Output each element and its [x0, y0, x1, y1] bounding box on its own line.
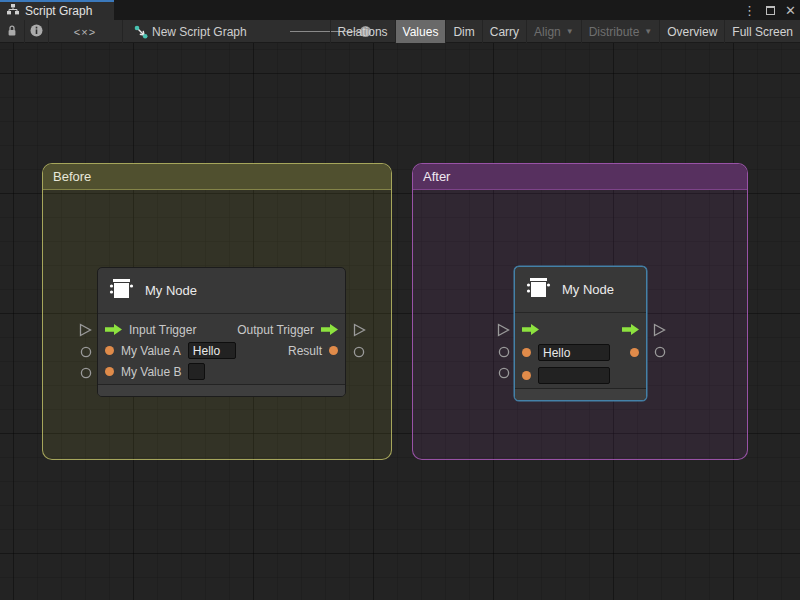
port-label: My Value A: [121, 344, 181, 358]
external-value-port[interactable]: [654, 346, 666, 358]
toolbar-right-group: Relations Values Dim Carry Align ▼ Distr…: [330, 20, 800, 43]
trigger-port-row: Input Trigger Output Trigger: [98, 319, 345, 340]
node-header[interactable]: My Node: [515, 267, 646, 313]
external-trigger-out-port[interactable]: [353, 323, 366, 337]
value-a-input[interactable]: [188, 342, 236, 359]
unit-node-icon: [524, 276, 552, 304]
tab-title: Script Graph: [25, 4, 92, 18]
script-graph-window: Script Graph ⋮ ✕: [0, 0, 800, 600]
value-b-input[interactable]: [538, 367, 610, 384]
tab-script-graph[interactable]: Script Graph: [0, 0, 114, 20]
value-a-input[interactable]: [538, 344, 610, 361]
maximize-icon[interactable]: [766, 6, 775, 15]
tab-bar: Script Graph ⋮ ✕: [0, 0, 800, 20]
fullscreen-button[interactable]: Full Screen: [724, 20, 800, 43]
info-icon: [30, 24, 43, 40]
result-port-icon[interactable]: [329, 346, 338, 355]
code-view-button[interactable]: <×>: [48, 20, 122, 43]
port-label: Input Trigger: [129, 323, 196, 337]
value-b-port-row: [515, 364, 646, 387]
node-my-node-after[interactable]: My Node: [514, 266, 647, 401]
group-title: Before: [53, 169, 91, 184]
info-button[interactable]: [24, 20, 48, 43]
external-value-port[interactable]: [498, 346, 510, 358]
lock-icon: [6, 24, 18, 40]
close-icon[interactable]: ✕: [785, 3, 796, 18]
unit-node-icon: [107, 277, 135, 305]
port-label: Output Trigger: [237, 323, 314, 337]
input-trigger-port-icon[interactable]: [522, 321, 539, 339]
align-dropdown[interactable]: Align ▼: [526, 20, 581, 43]
dim-button[interactable]: Dim: [445, 20, 481, 43]
node-my-node-before[interactable]: My Node Input Trigger Output Trigger: [97, 267, 346, 397]
external-trigger-in-port[interactable]: [497, 323, 510, 337]
value-b-port-row: My Value B: [98, 361, 345, 382]
values-button[interactable]: Values: [395, 20, 446, 43]
external-value-port[interactable]: [498, 367, 510, 379]
port-label: My Value B: [121, 365, 181, 379]
external-value-port[interactable]: [80, 346, 92, 358]
value-a-port-icon[interactable]: [522, 348, 531, 357]
graph-hierarchy-icon: [7, 4, 19, 18]
distribute-dropdown[interactable]: Distribute ▼: [581, 20, 660, 43]
node-title: My Node: [145, 283, 197, 298]
graph-canvas[interactable]: Before After My Nod: [0, 43, 800, 600]
overview-button[interactable]: Overview: [659, 20, 724, 43]
external-value-port[interactable]: [353, 346, 365, 358]
chevron-down-icon: ▼: [566, 27, 574, 36]
trigger-port-row: [515, 318, 646, 341]
graph-toolbar: <×> New Script Graph Relations Values Di…: [0, 20, 800, 43]
value-b-input[interactable]: [188, 363, 205, 380]
value-a-port-row: My Value A Result: [98, 340, 345, 361]
input-trigger-port-icon[interactable]: [105, 321, 122, 339]
group-after-header[interactable]: After: [413, 164, 747, 190]
node-title: My Node: [562, 282, 614, 297]
output-trigger-port-icon[interactable]: [321, 321, 338, 339]
window-menu-icon[interactable]: ⋮: [743, 3, 756, 18]
external-trigger-out-port[interactable]: [653, 323, 666, 337]
lock-button[interactable]: [0, 20, 24, 43]
chevron-down-icon: ▼: [644, 27, 652, 36]
value-a-port-icon[interactable]: [105, 346, 114, 355]
graph-name-label[interactable]: New Script Graph: [152, 20, 247, 43]
node-footer: [515, 388, 646, 400]
value-b-port-icon[interactable]: [105, 367, 114, 376]
group-before-header[interactable]: Before: [43, 164, 391, 190]
port-label: Result: [288, 344, 322, 358]
result-port-icon[interactable]: [630, 348, 639, 357]
graph-nodes-icon: [132, 20, 150, 43]
node-footer: [98, 384, 345, 396]
value-b-port-icon[interactable]: [522, 371, 531, 380]
output-trigger-port-icon[interactable]: [622, 321, 639, 339]
group-title: After: [423, 169, 450, 184]
carry-button[interactable]: Carry: [482, 20, 526, 43]
external-value-port[interactable]: [80, 367, 92, 379]
value-a-port-row: [515, 341, 646, 364]
relations-button[interactable]: Relations: [330, 20, 395, 43]
node-header[interactable]: My Node: [98, 268, 345, 314]
external-trigger-in-port[interactable]: [79, 323, 92, 337]
code-icon: <×>: [74, 26, 96, 38]
